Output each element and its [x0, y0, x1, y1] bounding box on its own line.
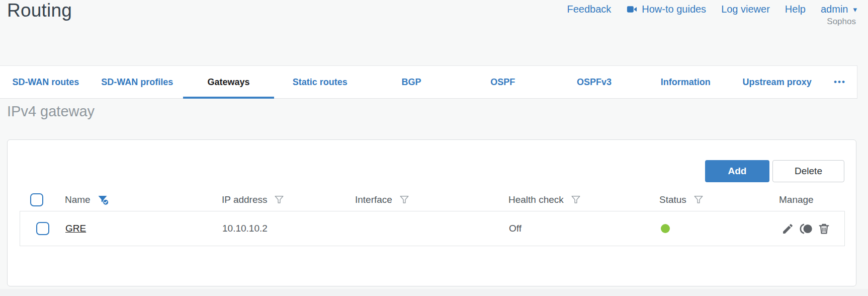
tab-label: OSPF: [490, 77, 515, 88]
deactivate-icon[interactable]: [799, 223, 813, 235]
bottom-strip: [0, 289, 868, 296]
delete-button[interactable]: Delete: [772, 160, 844, 182]
cell-manage: [768, 223, 845, 235]
chevron-down-icon: ▾: [853, 5, 857, 14]
tab-static-routes[interactable]: Static routes: [274, 66, 366, 98]
column-label: Manage: [779, 194, 814, 205]
column-label: IP address: [222, 194, 267, 205]
table-body: GRE 10.10.10.2 Off: [20, 211, 845, 246]
table-row: GRE 10.10.10.2 Off: [20, 211, 844, 246]
tab-bgp[interactable]: BGP: [366, 66, 457, 98]
tab-label: SD-WAN profiles: [101, 77, 173, 88]
cell-health-check: Off: [498, 223, 649, 234]
column-header-ip-address: IP address: [211, 194, 344, 205]
log-viewer-label: Log viewer: [721, 4, 770, 15]
tab-label: SD-WAN routes: [12, 77, 79, 88]
help-link-label: Help: [785, 4, 806, 15]
log-viewer-link[interactable]: Log viewer: [721, 4, 770, 15]
tab-label: Static routes: [293, 77, 348, 88]
section-heading: IPv4 gateway: [7, 103, 95, 120]
filter-active-icon[interactable]: [97, 194, 110, 206]
column-header-manage: Manage: [768, 194, 845, 205]
column-label: Health check: [508, 194, 564, 205]
cell-ip-address: 10.10.10.2: [211, 223, 344, 234]
gateway-name-link[interactable]: GRE: [65, 223, 86, 234]
add-button[interactable]: Add: [705, 160, 769, 182]
ipv4-gateway-panel: Add Delete Name IP address: [7, 139, 856, 286]
tab-label: BGP: [402, 77, 421, 88]
column-header-status: Status: [648, 194, 768, 205]
cell-status: [649, 224, 768, 233]
column-header-health-check: Health check: [497, 194, 648, 205]
tab-overflow-ellipsis-icon[interactable]: •••: [823, 66, 857, 98]
tab-sd-wan-profiles[interactable]: SD-WAN profiles: [92, 66, 183, 98]
row-checkbox[interactable]: [36, 222, 49, 235]
header-links: Feedback How-to guides Log viewer Help a…: [567, 4, 857, 15]
table-header-row: Name IP address Interface: [20, 188, 845, 211]
column-header-name: Name: [54, 194, 211, 206]
tab-bar: SD-WAN routes SD-WAN profiles Gateways S…: [0, 65, 857, 99]
brand-label: Sophos: [827, 17, 856, 27]
feedback-link[interactable]: Feedback: [567, 4, 611, 15]
feedback-link-label: Feedback: [567, 4, 611, 15]
column-label: Name: [65, 194, 91, 205]
admin-menu-label: admin: [821, 4, 848, 15]
page-title: Routing: [7, 0, 72, 21]
video-camera-icon: [626, 4, 638, 15]
column-label: Interface: [355, 194, 392, 205]
tab-ospf[interactable]: OSPF: [457, 66, 549, 98]
edit-icon[interactable]: [782, 223, 794, 235]
tab-sd-wan-routes[interactable]: SD-WAN routes: [0, 66, 92, 98]
tab-label: Gateways: [207, 77, 249, 88]
filter-icon[interactable]: [399, 194, 410, 205]
tab-ospfv3[interactable]: OSPFv3: [549, 66, 640, 98]
tab-information[interactable]: Information: [640, 66, 731, 98]
status-up-dot: [661, 224, 670, 233]
select-all-checkbox[interactable]: [30, 193, 43, 206]
tab-label: OSPFv3: [577, 77, 612, 88]
how-to-guides-label: How-to guides: [642, 4, 706, 15]
column-label: Status: [659, 194, 686, 205]
admin-menu[interactable]: admin ▾: [821, 4, 857, 15]
how-to-guides-link[interactable]: How-to guides: [626, 4, 706, 15]
delete-icon[interactable]: [818, 223, 830, 235]
column-header-interface: Interface: [344, 194, 497, 205]
tab-label: Upstream proxy: [743, 77, 812, 88]
filter-icon[interactable]: [693, 194, 704, 205]
cell-name: GRE: [54, 223, 211, 234]
help-link[interactable]: Help: [785, 4, 806, 15]
tab-label: Information: [661, 77, 711, 88]
tab-upstream-proxy[interactable]: Upstream proxy: [731, 66, 823, 98]
page-header: Routing Feedback How-to guides Log viewe…: [0, 0, 868, 65]
tab-gateways[interactable]: Gateways: [183, 66, 275, 98]
filter-icon[interactable]: [274, 194, 285, 205]
active-tab-underline: [183, 97, 275, 99]
filter-icon[interactable]: [570, 194, 581, 205]
